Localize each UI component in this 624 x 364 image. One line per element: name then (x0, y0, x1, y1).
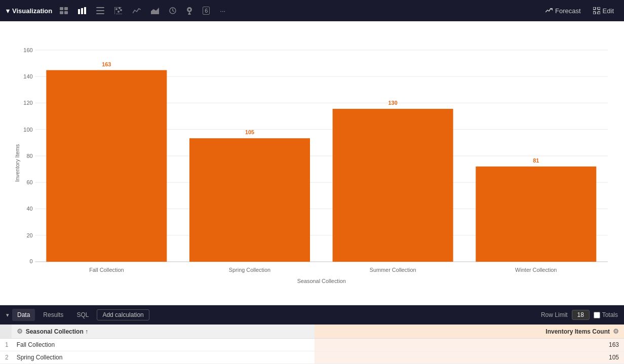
bottom-toolbar-right: Row Limit Totals (541, 310, 618, 320)
more-dots: ··· (220, 7, 225, 15)
clock-icon-btn[interactable] (167, 5, 179, 16)
svg-point-15 (118, 11, 120, 13)
y-tick-40: 40 (26, 206, 32, 212)
y-axis-title: Inventory Items (14, 144, 20, 182)
line-icon-btn[interactable] (130, 5, 143, 16)
svg-rect-10 (114, 7, 122, 8)
svg-rect-8 (96, 10, 104, 11)
bar-summer-collection[interactable] (333, 109, 453, 262)
x-axis-title: Seasonal Collection (297, 278, 346, 284)
y-tick-160: 160 (23, 47, 32, 53)
bottom-toolbar: ▾ Data Results SQL Add calculation Row L… (0, 305, 624, 325)
svg-marker-20 (188, 12, 191, 15)
row-limit-input[interactable] (572, 310, 590, 320)
table-body: 1 Fall Collection 163 2 Spring Collectio… (0, 339, 624, 365)
y-tick-80: 80 (26, 153, 32, 159)
svg-point-21 (188, 9, 190, 11)
top-toolbar: ▾ Visualization (0, 0, 624, 21)
table-icon-btn[interactable] (57, 5, 70, 16)
bar-chart-svg: Inventory Items 0 20 40 60 80 100 120 14… (5, 26, 614, 300)
col2-cell: 105 (315, 351, 624, 364)
six-icon-btn[interactable]: 6 (200, 5, 212, 17)
forecast-button[interactable]: Forecast (541, 5, 585, 17)
totals-checkbox[interactable] (594, 312, 600, 318)
edit-button[interactable]: Edit (589, 5, 618, 17)
col2-header: Inventory Items Count ⚙ (315, 325, 624, 339)
col1-gear-icon[interactable]: ⚙ (17, 328, 23, 335)
six-label: 6 (203, 7, 210, 15)
svg-rect-9 (96, 13, 104, 14)
row-num-cell: 1 (0, 339, 12, 351)
col2-header-content: Inventory Items Count ⚙ (320, 328, 619, 335)
bar-fall-collection[interactable] (46, 70, 167, 262)
visualization-title: ▾ Visualization (6, 7, 52, 15)
svg-rect-12 (116, 14, 122, 14)
col1-header-text: Seasonal Collection ↑ (26, 328, 88, 335)
bar-winter-collection[interactable] (476, 167, 596, 262)
bar-label-fall: 163 (102, 61, 111, 67)
data-table: ⚙ Seasonal Collection ↑ Inventory Items … (0, 325, 624, 364)
svg-point-13 (115, 8, 118, 10)
y-tick-100: 100 (23, 127, 32, 133)
y-tick-120: 120 (23, 100, 32, 106)
svg-rect-24 (598, 7, 600, 10)
row-num-header (0, 325, 12, 339)
totals-text: Totals (602, 311, 618, 318)
row-num-cell: 2 (0, 351, 12, 364)
col1-cell: Spring Collection (12, 351, 315, 364)
toolbar-title-text: Visualization (12, 7, 52, 15)
svg-marker-17 (151, 8, 159, 14)
edit-label: Edit (603, 7, 614, 15)
bottom-toolbar-left: ▾ Data Results SQL Add calculation (6, 309, 537, 321)
svg-rect-0 (60, 7, 63, 10)
dropdown-arrow[interactable]: ▾ (6, 7, 10, 15)
svg-rect-23 (593, 12, 596, 14)
area-icon-btn[interactable] (148, 5, 162, 16)
bar-label-spring: 105 (245, 129, 254, 135)
x-label-summer: Summer Collection (370, 267, 416, 273)
col1-header: ⚙ Seasonal Collection ↑ (12, 325, 315, 339)
table-header-row: ⚙ Seasonal Collection ↑ Inventory Items … (0, 325, 624, 339)
chart-area: Inventory Items 0 20 40 60 80 100 120 14… (0, 21, 624, 305)
col1-header-content: ⚙ Seasonal Collection ↑ (17, 328, 310, 335)
svg-rect-1 (64, 7, 68, 10)
data-tab-arrow: ▾ (6, 312, 9, 318)
pin-icon-btn[interactable] (184, 5, 195, 17)
add-calculation-button[interactable]: Add calculation (97, 309, 149, 320)
bottom-panel: ▾ Data Results SQL Add calculation Row L… (0, 305, 624, 364)
forecast-label: Forecast (555, 7, 581, 15)
svg-rect-3 (64, 11, 68, 14)
y-tick-60: 60 (26, 179, 32, 185)
svg-rect-2 (60, 11, 63, 14)
toolbar-right: Forecast Edit (541, 5, 618, 17)
y-tick-20: 20 (26, 232, 32, 238)
data-tab[interactable]: Data (12, 309, 35, 321)
table-row: 2 Spring Collection 105 (0, 351, 624, 364)
sql-tab[interactable]: SQL (71, 309, 94, 321)
bar-label-winter: 81 (533, 157, 539, 164)
x-label-spring: Spring Collection (229, 267, 270, 273)
x-label-winter: Winter Collection (515, 267, 557, 273)
col1-cell: Fall Collection (12, 339, 315, 351)
toolbar-left: ▾ Visualization (6, 5, 536, 17)
table-row: 1 Fall Collection 163 (0, 339, 624, 351)
bar-chart-icon-btn[interactable] (75, 5, 89, 16)
list-icon-btn[interactable] (94, 5, 107, 16)
col2-cell: 163 (315, 339, 624, 351)
bar-spring-collection[interactable] (189, 138, 310, 262)
results-tab[interactable]: Results (38, 309, 68, 321)
svg-rect-25 (598, 12, 600, 14)
more-icon-btn[interactable]: ··· (217, 5, 228, 17)
y-tick-140: 140 (23, 73, 32, 79)
row-limit-label: Row Limit (541, 311, 568, 318)
svg-rect-22 (593, 7, 596, 10)
svg-rect-11 (114, 7, 115, 14)
y-tick-0: 0 (29, 258, 32, 264)
svg-rect-5 (81, 8, 83, 14)
svg-point-14 (119, 7, 121, 9)
scatter-icon-btn[interactable] (112, 5, 125, 16)
svg-rect-6 (84, 7, 86, 14)
col2-header-text: Inventory Items Count (545, 328, 610, 335)
col2-gear-icon[interactable]: ⚙ (613, 328, 619, 335)
totals-label: Totals (594, 311, 618, 318)
